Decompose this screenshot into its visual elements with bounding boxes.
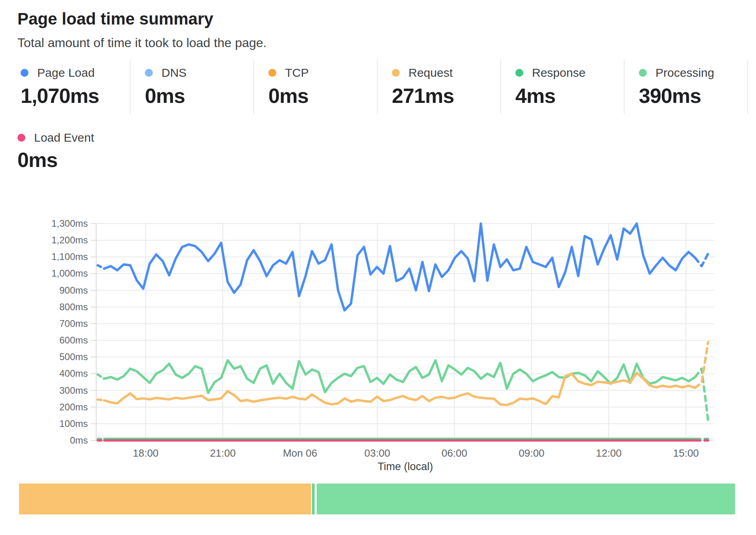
y-axis-tick-label: 1,200ms (51, 235, 88, 245)
y-axis-tick-label: 900ms (59, 285, 88, 296)
y-axis-tick-label: 1,300ms (51, 218, 88, 229)
y-axis-tick-label: 500ms (59, 351, 88, 362)
status-segment (19, 484, 311, 514)
page-load-summary-panel: Page load time summary Total amount of t… (0, 0, 756, 535)
status-timeline-bar[interactable] (19, 484, 735, 514)
x-axis-tick-label: 06:00 (441, 447, 467, 459)
status-segment (317, 484, 735, 514)
timeseries-chart: 0ms100ms200ms300ms400ms500ms600ms700ms80… (0, 0, 756, 535)
x-axis-tick-label: Mon 06 (283, 447, 317, 459)
y-axis-tick-label: 1,000ms (51, 268, 88, 279)
chart-plot-area[interactable] (96, 224, 714, 440)
x-axis-tick-label: 18:00 (133, 447, 159, 459)
y-axis-tick-label: 1,100ms (51, 251, 88, 262)
x-axis-tick-label: 21:00 (210, 447, 236, 459)
x-axis-title: Time (local) (378, 461, 433, 472)
y-axis-tick-label: 700ms (59, 318, 88, 329)
x-axis-tick-label: 12:00 (596, 447, 621, 459)
x-axis-tick-label: 09:00 (519, 447, 545, 459)
y-axis-tick-label: 400ms (59, 368, 88, 379)
status-segment (312, 484, 315, 514)
y-axis-tick-label: 600ms (59, 335, 88, 345)
y-axis-tick-label: 300ms (59, 385, 88, 396)
x-axis-tick-label: 03:00 (365, 447, 390, 459)
y-axis-tick-label: 100ms (59, 418, 88, 429)
y-axis-tick-label: 0ms (70, 435, 88, 446)
x-axis-tick-label: 15:00 (673, 447, 699, 459)
y-axis-tick-label: 200ms (59, 402, 88, 412)
y-axis-tick-label: 800ms (59, 302, 88, 312)
